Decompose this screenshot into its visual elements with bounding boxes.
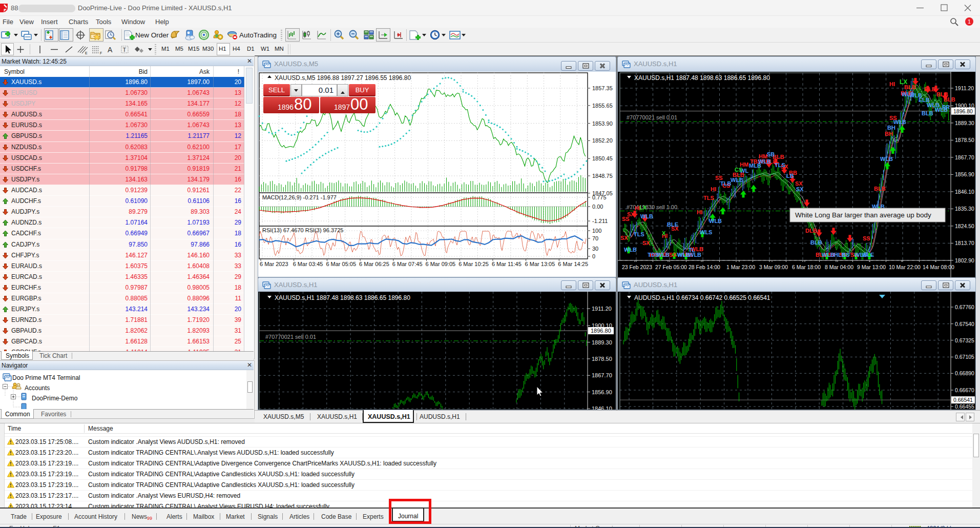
svg-text:0.00: 0.00 bbox=[592, 204, 603, 210]
svg-text:10 Mar 22:00: 10 Mar 22:00 bbox=[889, 264, 921, 270]
svg-text:TL: TL bbox=[689, 247, 696, 253]
svg-text:DLB: DLB bbox=[805, 228, 817, 234]
svg-text:1846.10: 1846.10 bbox=[955, 189, 974, 195]
svg-text:23 Feb 2023: 23 Feb 2023 bbox=[622, 264, 652, 270]
svg-text:1896.80: 1896.80 bbox=[591, 328, 611, 334]
svg-text:A: A bbox=[108, 46, 113, 54]
svg-text:1853.90: 1853.90 bbox=[592, 120, 613, 127]
svg-text:BH: BH bbox=[887, 125, 895, 131]
svg-text:0.67540: 0.67540 bbox=[955, 321, 974, 327]
svg-text:1857.35: 1857.35 bbox=[592, 85, 613, 91]
svg-text:0.66455: 0.66455 bbox=[955, 403, 974, 410]
svg-text:E: E bbox=[85, 51, 88, 55]
svg-text:BLB: BLB bbox=[922, 110, 933, 116]
svg-text:SX: SX bbox=[796, 186, 804, 192]
svg-text:1911.20: 1911.20 bbox=[592, 306, 612, 312]
svg-text:SX: SX bbox=[642, 240, 650, 246]
svg-text:WLB: WLB bbox=[758, 158, 771, 165]
svg-text:1: 1 bbox=[968, 18, 971, 25]
svg-text:PR: PR bbox=[942, 104, 950, 110]
svg-text:XAUUSD.s,M5 1896.88 1897.27 1: XAUUSD.s,M5 1896.88 1897.27 1896.55 1896… bbox=[275, 74, 411, 82]
svg-text:0.775: 0.775 bbox=[592, 194, 607, 200]
svg-text:9 Mar 13:00: 9 Mar 13:00 bbox=[857, 264, 886, 270]
svg-text:6 Mar 18:00: 6 Mar 18:00 bbox=[792, 264, 821, 270]
svg-text:28 Feb 14:00: 28 Feb 14:00 bbox=[689, 264, 720, 270]
svg-text:WLB: WLB bbox=[709, 218, 722, 224]
svg-text:WLE: WLE bbox=[862, 252, 874, 258]
svg-text:SX: SX bbox=[627, 211, 635, 217]
svg-text:6 Mar 2023: 6 Mar 2023 bbox=[260, 261, 288, 267]
svg-text:70: 70 bbox=[592, 235, 598, 241]
svg-text:6 Mar 11:45: 6 Mar 11:45 bbox=[492, 261, 522, 267]
svg-text:6 Mar 09:05: 6 Mar 09:05 bbox=[426, 261, 456, 267]
svg-text:SX: SX bbox=[620, 235, 628, 241]
svg-text:6 Mar 13:05: 6 Mar 13:05 bbox=[525, 261, 555, 267]
svg-text:1802.90: 1802.90 bbox=[955, 257, 974, 263]
svg-text:0.67105: 0.67105 bbox=[955, 354, 974, 360]
svg-text:SB: SB bbox=[767, 151, 775, 157]
svg-text:TLS: TLS bbox=[775, 162, 785, 168]
svg-text:1846.10: 1846.10 bbox=[592, 405, 612, 410]
svg-text:6 Mar 07:45: 6 Mar 07:45 bbox=[392, 261, 423, 267]
svg-text:BLB: BLB bbox=[874, 186, 886, 192]
svg-text:6 Mar 06:25: 6 Mar 06:25 bbox=[359, 261, 389, 267]
svg-text:14 Mar 08:00: 14 Mar 08:00 bbox=[923, 264, 954, 270]
svg-text:1889.30: 1889.30 bbox=[955, 120, 974, 126]
svg-text:LX: LX bbox=[900, 78, 907, 86]
svg-text:CS: CS bbox=[735, 167, 742, 173]
svg-text:1867.70: 1867.70 bbox=[955, 154, 974, 160]
svg-text:3 Mar 09:00: 3 Mar 09:00 bbox=[759, 264, 788, 270]
svg-text:RSI(13) 67.4670 RSI(3) 96.372: RSI(13) 67.4670 RSI(3) 96.3725 bbox=[262, 227, 343, 233]
svg-text:HI: HI bbox=[889, 81, 895, 87]
svg-text:WLB: WLB bbox=[880, 156, 893, 162]
svg-text:6 Mar 10:25: 6 Mar 10:25 bbox=[458, 261, 489, 267]
svg-text:1850.45: 1850.45 bbox=[592, 155, 613, 161]
svg-text:0.66890: 0.66890 bbox=[955, 370, 974, 376]
svg-text:BLB: BLB bbox=[924, 86, 936, 92]
svg-text:0.66670: 0.66670 bbox=[955, 387, 974, 393]
svg-text:F: F bbox=[100, 51, 102, 55]
svg-text:#70419830 sell 1.00: #70419830 sell 1.00 bbox=[627, 204, 677, 210]
svg-text:LX: LX bbox=[639, 205, 647, 211]
svg-text:1896.80: 1896.80 bbox=[953, 108, 973, 114]
svg-text:1867.70: 1867.70 bbox=[592, 372, 612, 378]
svg-text:XAUUSD.s,H1 1887.48 1898.63 1: XAUUSD.s,H1 1887.48 1898.63 1886.65 1896… bbox=[275, 294, 410, 301]
svg-text:T: T bbox=[123, 47, 127, 53]
svg-text:SS: SS bbox=[842, 252, 850, 258]
svg-text:8 Mar 04:00: 8 Mar 04:00 bbox=[825, 264, 853, 270]
svg-text:1889.30: 1889.30 bbox=[592, 339, 612, 346]
svg-text:X: X bbox=[662, 230, 666, 236]
svg-text:1878.50: 1878.50 bbox=[955, 137, 974, 143]
svg-text:6 Mar 14:25: 6 Mar 14:25 bbox=[558, 261, 588, 267]
svg-text:WLB: WLB bbox=[893, 119, 906, 125]
svg-text:1856.90: 1856.90 bbox=[955, 171, 974, 177]
svg-text:WLB: WLB bbox=[902, 91, 914, 97]
svg-text:1835.30: 1835.30 bbox=[955, 206, 974, 212]
svg-text:0.67760: 0.67760 bbox=[955, 304, 974, 310]
svg-text:1855.65: 1855.65 bbox=[592, 103, 613, 109]
svg-text:WLB: WLB bbox=[624, 247, 637, 253]
svg-text:0: 0 bbox=[592, 253, 595, 259]
svg-text:TLS: TLS bbox=[634, 231, 644, 237]
svg-text:#70770021 sell 0.01: #70770021 sell 0.01 bbox=[265, 334, 316, 340]
svg-text:XAUUSD.s,H1 1887.48 1898.63 1: XAUUSD.s,H1 1887.48 1898.63 1886.65 1896… bbox=[634, 74, 770, 82]
svg-text:TLS: TLS bbox=[703, 195, 714, 201]
svg-text:-1.211: -1.211 bbox=[592, 218, 608, 224]
svg-text:TLB: TLB bbox=[720, 180, 731, 187]
svg-text:HI: HI bbox=[697, 209, 702, 215]
svg-text:27 Feb 05:00: 27 Feb 05:00 bbox=[655, 264, 687, 270]
svg-text:WLB: WLB bbox=[657, 252, 670, 258]
svg-text:LB: LB bbox=[786, 173, 794, 179]
svg-text:WLB: WLB bbox=[822, 252, 835, 258]
svg-text:1852.20: 1852.20 bbox=[592, 137, 613, 144]
svg-text:6 Mar 03:45: 6 Mar 03:45 bbox=[293, 261, 323, 267]
svg-text:1 Mar 23:00: 1 Mar 23:00 bbox=[726, 264, 755, 270]
svg-text:6 Mar 05:05: 6 Mar 05:05 bbox=[326, 261, 356, 267]
svg-text:MACD(12,26,9) -0.271 -1.977: MACD(12,26,9) -0.271 -1.977 bbox=[262, 194, 337, 200]
svg-text:1911.20: 1911.20 bbox=[955, 85, 974, 91]
svg-text:HI: HI bbox=[711, 186, 716, 192]
svg-text:1813.70: 1813.70 bbox=[955, 240, 974, 246]
svg-text:SS: SS bbox=[863, 235, 870, 241]
svg-text:1848.75: 1848.75 bbox=[592, 173, 613, 179]
svg-text:BLE: BLE bbox=[667, 221, 678, 228]
